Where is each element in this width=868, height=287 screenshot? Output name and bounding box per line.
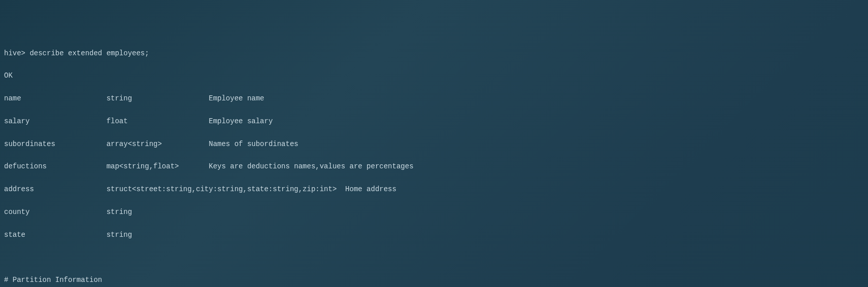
column-row: salary float Employee salary xyxy=(4,116,864,127)
column-row: county string xyxy=(4,206,864,218)
ok-line: OK xyxy=(4,70,864,81)
blank-line xyxy=(4,252,864,263)
column-row: subordinates array<string> Names of subo… xyxy=(4,138,864,150)
column-row: state string xyxy=(4,229,864,240)
column-row: defuctions map<string,float> Keys are de… xyxy=(4,161,864,172)
column-row: address struct<street:string,city:string… xyxy=(4,184,864,195)
hive-prompt-line: hive> describe extended employees; xyxy=(4,48,864,59)
partition-info-header: # Partition Information xyxy=(4,274,864,285)
column-row: name string Employee name xyxy=(4,93,864,104)
